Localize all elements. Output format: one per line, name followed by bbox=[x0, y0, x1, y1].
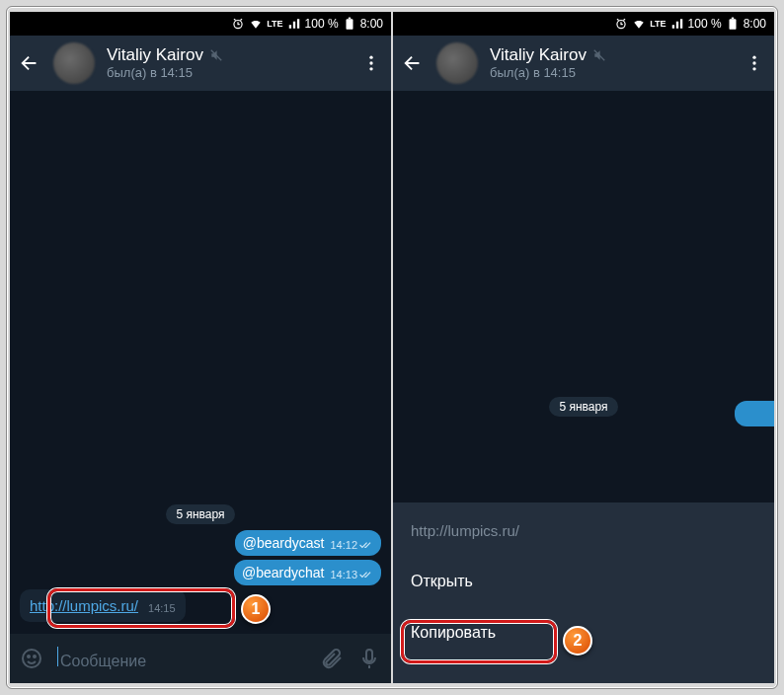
svg-point-9 bbox=[34, 656, 36, 657]
phone-left: LTE 100 % 8:00 Vitaliy Kairov был(а) в 1… bbox=[10, 12, 391, 683]
date-chip: 5 января bbox=[549, 397, 617, 417]
svg-point-5 bbox=[369, 61, 372, 64]
message-time: 14:12 bbox=[330, 539, 357, 551]
signal-icon bbox=[670, 17, 684, 31]
muted-icon bbox=[209, 48, 223, 62]
svg-rect-13 bbox=[731, 18, 733, 20]
message-out[interactable]: @beardycast 14:12 bbox=[235, 530, 381, 556]
svg-point-16 bbox=[752, 61, 755, 64]
link-url[interactable]: http://lumpics.ru/ bbox=[30, 597, 138, 614]
lte-label: LTE bbox=[267, 19, 282, 29]
clock-text: 8:00 bbox=[744, 17, 766, 31]
message-text: @beardychat bbox=[242, 565, 324, 580]
message-input[interactable]: Сообщение bbox=[57, 647, 306, 670]
alarm-icon bbox=[231, 17, 245, 31]
battery-text: 100 % bbox=[305, 17, 339, 31]
attach-icon[interactable] bbox=[320, 647, 344, 670]
svg-rect-2 bbox=[348, 18, 350, 20]
chat-header: Vitaliy Kairov был(а) в 14:15 bbox=[10, 36, 391, 91]
header-text[interactable]: Vitaliy Kairov был(а) в 14:15 bbox=[107, 45, 348, 81]
contact-name: Vitaliy Kairov bbox=[490, 45, 587, 65]
sheet-url: http://lumpics.ru/ bbox=[409, 516, 758, 553]
read-checks-icon bbox=[359, 570, 373, 579]
menu-open[interactable]: Открыть bbox=[409, 559, 758, 604]
phone-right: LTE 100 % 8:00 Vitaliy Kairov был(а) в 1… bbox=[393, 12, 774, 683]
svg-point-8 bbox=[28, 656, 30, 657]
status-bar: LTE 100 % 8:00 bbox=[393, 12, 774, 36]
link-time: 14:15 bbox=[148, 602, 176, 614]
lte-label: LTE bbox=[650, 19, 666, 29]
svg-point-15 bbox=[752, 56, 755, 59]
last-seen: был(а) в 14:15 bbox=[107, 65, 348, 81]
more-button[interactable] bbox=[359, 51, 383, 75]
svg-point-6 bbox=[369, 67, 372, 70]
battery-icon bbox=[343, 17, 356, 31]
link-message[interactable]: http://lumpics.ru/ 14:15 bbox=[20, 589, 186, 622]
input-bar: Сообщение bbox=[10, 634, 391, 683]
wifi-icon bbox=[249, 17, 263, 31]
menu-copy[interactable]: Копировать bbox=[409, 610, 758, 656]
header-text[interactable]: Vitaliy Kairov был(а) в 14:15 bbox=[490, 45, 731, 81]
back-button[interactable] bbox=[18, 51, 41, 75]
avatar[interactable] bbox=[436, 42, 478, 84]
mic-icon[interactable] bbox=[357, 647, 381, 670]
battery-icon bbox=[726, 17, 740, 31]
signal-icon bbox=[287, 17, 301, 31]
chat-body[interactable]: 5 января @beardycast 14:12 @beardychat 1… bbox=[10, 91, 391, 634]
muted-icon bbox=[592, 48, 606, 62]
wifi-icon bbox=[632, 17, 646, 31]
battery-text: 100 % bbox=[688, 17, 722, 31]
svg-point-7 bbox=[23, 650, 40, 667]
link-context-menu: http://lumpics.ru/ Открыть Копировать bbox=[393, 502, 774, 683]
message-peek bbox=[735, 401, 774, 426]
clock-text: 8:00 bbox=[360, 17, 383, 31]
back-button[interactable] bbox=[401, 51, 425, 75]
svg-rect-1 bbox=[346, 19, 353, 29]
alarm-icon bbox=[614, 17, 628, 31]
status-bar: LTE 100 % 8:00 bbox=[10, 12, 391, 36]
last-seen: был(а) в 14:15 bbox=[490, 65, 731, 81]
message-out[interactable]: @beardychat 14:13 bbox=[234, 560, 381, 585]
svg-rect-10 bbox=[366, 650, 372, 661]
message-text: @beardycast bbox=[243, 535, 325, 551]
message-time: 14:13 bbox=[330, 569, 357, 580]
svg-rect-12 bbox=[729, 19, 736, 29]
contact-name: Vitaliy Kairov bbox=[107, 45, 203, 65]
svg-point-17 bbox=[752, 67, 755, 70]
chat-header: Vitaliy Kairov был(а) в 14:15 bbox=[393, 36, 774, 91]
read-checks-icon bbox=[359, 540, 373, 550]
svg-point-4 bbox=[369, 56, 372, 59]
avatar[interactable] bbox=[53, 42, 95, 84]
date-chip: 5 января bbox=[166, 504, 234, 524]
more-button[interactable] bbox=[743, 51, 766, 75]
emoji-icon[interactable] bbox=[20, 647, 43, 670]
